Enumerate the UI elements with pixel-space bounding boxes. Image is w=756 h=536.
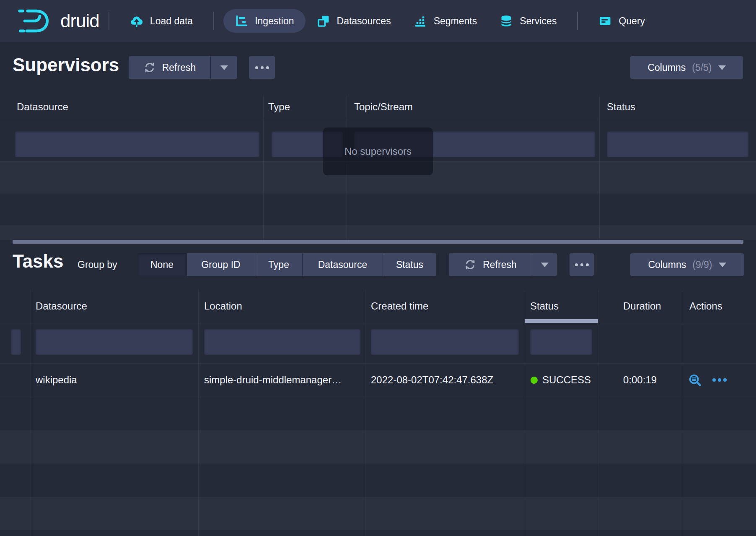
row-divider [0,397,756,397]
nav-label: Load data [150,16,193,27]
status-sort-indicator [525,319,598,323]
nav-divider [577,12,578,30]
console-icon [598,14,612,28]
more-icon [575,263,589,266]
tasks-filter-location[interactable] [204,329,360,355]
task-location-cell[interactable]: simple-druid-middlemanager… [204,363,342,397]
tasks-refresh-group: Refresh [449,253,557,276]
refresh-icon [464,258,476,271]
druid-logo-icon [17,7,54,35]
tasks-refresh-interval-button[interactable] [532,253,557,276]
supervisors-refresh-group: Refresh [129,56,237,79]
task-actions-more-icon[interactable] [712,363,727,397]
group-by-status-button[interactable]: Status [383,253,436,276]
ingestion-chart-icon [235,14,248,28]
nav-segments[interactable]: Segments [402,9,489,33]
chevron-down-icon [718,65,726,70]
task-datasource-cell[interactable]: wikipedia [36,363,77,397]
tasks-title: Tasks [13,251,64,272]
supervisors-title: Supervisors [13,55,119,75]
stacked-squares-icon [317,14,330,28]
supervisors-columns-button[interactable]: Columns (5/5) [630,56,743,79]
tasks-col-header-created-time[interactable]: Created time [371,295,428,317]
nav-label: Ingestion [255,16,294,27]
nav-label: Query [619,16,645,27]
column-divider [525,289,525,536]
chevron-down-icon [220,65,228,70]
chevron-down-icon [541,263,549,267]
tasks-col-header-duration[interactable]: Duration [623,295,661,317]
supervisors-col-header-datasource[interactable]: Datasource [17,96,68,118]
supervisors-refresh-button[interactable]: Refresh [129,56,210,79]
nav-label: Segments [434,16,477,27]
supervisors-filter-datasource[interactable] [15,131,259,157]
tasks-more-button[interactable] [570,253,594,276]
group-by-label: Group by [78,253,117,276]
supervisors-col-header-topic-stream[interactable]: Topic/Stream [354,96,413,118]
bar-chart-icon [414,14,427,28]
upload-cloud-icon [130,14,143,28]
group-by-type-button[interactable]: Type [255,253,302,276]
task-status-cell[interactable]: SUCCESS [542,363,591,397]
top-nav: druid Load data Ingestion [0,0,756,42]
supervisors-empty-message: No supervisors [323,127,433,175]
status-success-dot-icon [531,377,538,384]
task-created-time-cell[interactable]: 2022-08-02T07:42:47.638Z [371,363,493,397]
nav-label: Services [520,16,557,27]
nav-load-data[interactable]: Load data [119,9,204,33]
columns-label: Columns [647,62,686,73]
group-by-none-button[interactable]: None [137,253,186,276]
supervisors-more-button[interactable] [249,56,275,79]
refresh-icon [143,61,156,74]
supervisors-col-header-status[interactable]: Status [607,96,635,118]
group-by-group-id-button[interactable]: Group ID [186,253,255,276]
tasks-columns-button[interactable]: Columns (9/9) [630,253,744,276]
tasks-filter-datasource[interactable] [36,329,193,355]
group-by-datasource-button[interactable]: Datasource [302,253,383,276]
row-stripe [0,225,756,240]
nav-services[interactable]: Services [488,9,568,33]
column-divider [599,96,600,240]
column-divider [198,289,199,536]
tasks-col-header-datasource[interactable]: Datasource [36,295,87,317]
tasks-group-by-buttons: None Group ID Type Datasource Status [137,253,436,276]
nav-query[interactable]: Query [587,9,656,33]
columns-count: (9/9) [692,259,712,271]
tasks-filter-created-time[interactable] [371,329,519,355]
tasks-col-header-status[interactable]: Status [530,295,559,317]
pane-resize-splitter[interactable] [13,240,743,244]
supervisors-refresh-interval-button[interactable] [210,56,237,79]
supervisors-filter-status[interactable] [607,131,748,157]
nav-ingestion[interactable]: Ingestion [223,9,305,33]
nav-divider [109,12,109,30]
nav-label: Datasources [337,16,391,27]
nav-datasources[interactable]: Datasources [306,9,402,33]
column-divider [31,289,31,536]
druid-logo[interactable]: druid [17,7,99,35]
nav-divider [213,12,214,30]
column-divider [263,96,264,240]
supervisors-col-header-type[interactable]: Type [268,96,290,118]
refresh-label: Refresh [483,259,517,271]
tasks-col-header-location[interactable]: Location [204,295,242,317]
tasks-filter-status[interactable] [530,329,592,355]
task-duration-cell[interactable]: 0:00:19 [623,363,657,397]
tasks-filter-task-id-clipped[interactable] [11,329,21,355]
database-icon [500,14,513,28]
row-divider [0,225,756,225]
column-divider [598,289,598,536]
column-divider [682,289,682,536]
column-divider [365,289,365,536]
task-details-magnifier-icon[interactable] [688,373,702,387]
refresh-label: Refresh [162,62,196,73]
chevron-down-icon [719,263,726,267]
header-divider [0,323,756,323]
row-stripe [0,430,756,463]
tasks-col-header-actions[interactable]: Actions [689,295,722,317]
more-icon [255,66,269,69]
columns-count: (5/5) [692,62,712,73]
row-divider [0,193,756,193]
row-stripe [0,497,756,530]
tasks-refresh-button[interactable]: Refresh [449,253,532,276]
columns-label: Columns [648,259,686,271]
